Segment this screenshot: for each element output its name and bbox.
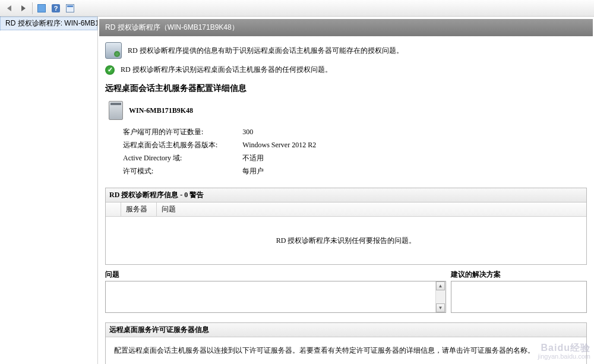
config-key: 许可模式:	[123, 165, 241, 177]
grid-col-issue[interactable]: 问题	[157, 202, 586, 216]
info-row-1: RD 授权诊断程序提供的信息有助于识别远程桌面会话主机服务器可能存在的授权问题。	[98, 36, 594, 65]
solution-field-group: 建议的解决方案	[451, 270, 587, 313]
diag-panel-header: RD 授权诊断程序信息 - 0 警告	[106, 188, 586, 202]
grid-col-spacer[interactable]	[106, 202, 121, 216]
arrow-left-icon	[7, 5, 11, 11]
bottom-fields: 问题 ▲ ▼ 建议的解决方案	[105, 270, 587, 313]
show-tree-button[interactable]	[35, 2, 48, 15]
license-panel-body: 配置远程桌面会话主机服务器以连接到以下许可证服务器。若要查看有关特定许可证服务器…	[106, 337, 586, 364]
config-section-title: 远程桌面会话主机服务器配置详细信息	[98, 81, 594, 96]
forward-button[interactable]	[17, 2, 30, 15]
server-icon	[109, 101, 123, 120]
sidebar-item-rd-diag[interactable]: RD 授权诊断程序: WIN-6MB1	[0, 17, 97, 30]
sidebar: RD 授权诊断程序: WIN-6MB1	[0, 17, 98, 364]
config-value: Windows Server 2012 R2	[242, 139, 340, 151]
back-button[interactable]	[2, 2, 15, 15]
info-text-1: RD 授权诊断程序提供的信息有助于识别远程桌面会话主机服务器可能存在的授权问题。	[128, 46, 403, 56]
properties-button[interactable]	[64, 2, 77, 15]
config-row-licenses: 客户端可用的许可证数量:300	[123, 126, 340, 138]
grid-col-server[interactable]: 服务器	[121, 202, 157, 216]
license-text-1: 配置远程桌面会话主机服务器以连接到以下许可证服务器。若要查看有关特定许可证服务器…	[114, 343, 578, 357]
config-table: 客户端可用的许可证数量:300 远程桌面会话主机服务器版本:Windows Se…	[122, 125, 341, 178]
config-key: Active Directory 域:	[123, 152, 241, 164]
scroll-down-button[interactable]: ▼	[436, 303, 445, 312]
config-value: 每用户	[242, 165, 340, 177]
config-row-ad: Active Directory 域:不适用	[123, 152, 340, 164]
config-value: 300	[242, 126, 340, 138]
solution-label: 建议的解决方案	[451, 270, 587, 280]
license-server-panel: 远程桌面服务许可证服务器信息 配置远程桌面会话主机服务器以连接到以下许可证服务器…	[105, 322, 587, 364]
main-content: RD 授权诊断程序（WIN-6MB171B9K48） RD 授权诊断程序提供的信…	[98, 17, 594, 364]
issue-textbox[interactable]: ▲ ▼	[105, 281, 446, 313]
arrow-right-icon	[21, 5, 26, 11]
diag-grid-header: 服务器 问题	[106, 202, 586, 217]
info-text-2: RD 授权诊断程序未识别远程桌面会话主机服务器的任何授权问题。	[121, 65, 332, 75]
config-key: 客户端可用的许可证数量:	[123, 126, 241, 138]
solution-textbox[interactable]	[451, 281, 587, 313]
license-panel-header: 远程桌面服务许可证服务器信息	[106, 323, 586, 337]
config-row-version: 远程桌面会话主机服务器版本:Windows Server 2012 R2	[123, 139, 340, 151]
diag-empty-message: RD 授权诊断程序未识别任何要报告的问题。	[276, 236, 416, 246]
diag-info-panel: RD 授权诊断程序信息 - 0 警告 服务器 问题 RD 授权诊断程序未识别任何…	[105, 188, 587, 265]
scrollbar[interactable]: ▲ ▼	[435, 281, 446, 312]
config-value: 不适用	[242, 152, 340, 164]
diag-grid-body: RD 授权诊断程序未识别任何要报告的问题。	[106, 217, 586, 264]
help-icon: ?	[52, 4, 60, 12]
issue-label: 问题	[105, 270, 446, 280]
toolbar: ?	[0, 0, 594, 17]
monitor-icon	[105, 42, 122, 59]
info-row-2: ✓ RD 授权诊断程序未识别远程桌面会话主机服务器的任何授权问题。	[98, 65, 594, 81]
check-icon: ✓	[105, 65, 115, 75]
properties-icon	[66, 4, 74, 12]
main-layout: RD 授权诊断程序: WIN-6MB1 RD 授权诊断程序（WIN-6MB171…	[0, 17, 594, 364]
server-name: WIN-6MB171B9K48	[129, 106, 193, 115]
toolbar-separator	[32, 2, 33, 14]
tree-icon	[37, 4, 46, 12]
issue-field-group: 问题 ▲ ▼	[105, 270, 446, 313]
config-key: 远程桌面会话主机服务器版本:	[123, 139, 241, 151]
page-header: RD 授权诊断程序（WIN-6MB171B9K48）	[99, 19, 593, 36]
page-title: RD 授权诊断程序（WIN-6MB171B9K48）	[105, 23, 239, 31]
server-row: WIN-6MB171B9K48	[98, 96, 594, 125]
sidebar-item-label: RD 授权诊断程序: WIN-6MB1	[5, 18, 98, 29]
scroll-up-button[interactable]: ▲	[436, 281, 445, 290]
config-row-mode: 许可模式:每用户	[123, 165, 340, 177]
help-button[interactable]: ?	[49, 2, 62, 15]
